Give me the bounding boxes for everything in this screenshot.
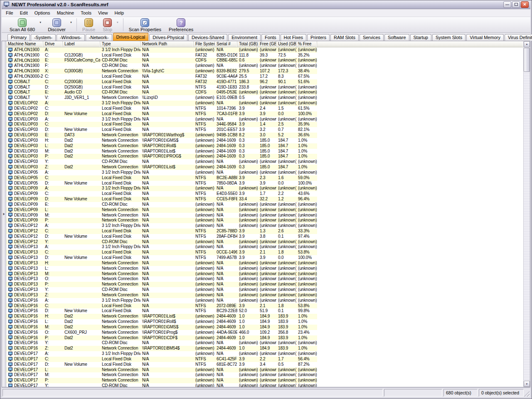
table-row[interactable]: DEVELOP03A:3 1/2 Inch Floppy DriveN/A(un…: [6, 117, 317, 122]
table-row[interactable]: DEVELOP16M:Dat2Network Connection\\RAPTO…: [6, 325, 317, 330]
table-row[interactable]: COBALTV:J3D_VER1_1Network Connection\\Li…: [6, 95, 317, 101]
table-row[interactable]: ATHLON3000-2KC:Local Fixed DiskN/AFAT329…: [6, 74, 317, 79]
table-row[interactable]: DEVELOP13C:Local Fixed DiskN/ANTFS0CCE-1…: [6, 250, 317, 255]
scan-all-680-button[interactable]: ▼Scan All 680: [6, 17, 44, 32]
tab-fonts[interactable]: Fonts: [261, 34, 280, 41]
table-row[interactable]: DEVELOP16H:Dat2Network Connection\\RAPTO…: [6, 314, 317, 319]
menu-tools[interactable]: Tools: [77, 10, 95, 16]
table-row[interactable]: DEVELOP13M:Network ConnectionN/A(unknown…: [6, 271, 317, 277]
scrollbar-thumb[interactable]: [524, 48, 530, 72]
table-row[interactable]: DEVELOP13P:Network ConnectionN/A(unknown…: [6, 282, 317, 287]
tab-environment[interactable]: Environment: [228, 34, 261, 41]
table-row[interactable]: DEVELOP09A:3 1/2 Inch Floppy DriveN/A(un…: [6, 186, 317, 191]
table-row[interactable]: DEVELOP03Z:Dat2Network Connection\\RAPTO…: [6, 165, 317, 170]
dropdown-arrow-icon[interactable]: ▼: [39, 21, 42, 24]
column-header-free-gb[interactable]: Free (GB): [258, 41, 276, 47]
table-row[interactable]: COBALTC:C(200GB)Local Fixed DiskN/AFAT32…: [6, 79, 317, 85]
preferences-button[interactable]: ?Preferences: [165, 17, 197, 32]
table-row[interactable]: DEVELOP16Y:CD-ROM DiscN/A(unknown)N/A(un…: [6, 340, 317, 346]
table-row[interactable]: DEVELOP05D:New VolumeLocal Fixed DiskN/A…: [6, 181, 317, 186]
tab-printers[interactable]: Printers: [307, 34, 330, 41]
column-header-drive[interactable]: Drive: [43, 41, 63, 47]
table-row[interactable]: DEVELOP17Y:CD-ROM DiscN/A(unknown)N/A(un…: [6, 383, 317, 387]
table-row[interactable]: DEVELOP16P:Dat2Network Connection\\RAPTO…: [6, 335, 317, 341]
table-row[interactable]: DEVELOP02A:3 1/2 Inch Floppy DriveN/A(un…: [6, 101, 317, 106]
table-row[interactable]: DEVELOP05C:Local Fixed DiskN/ANTFSBC2E-A…: [6, 175, 317, 181]
table-row[interactable]: DEVELOP03E:DAT3Network Connection\\RAPTO…: [6, 133, 317, 138]
table-row[interactable]: COBALTE:Audio CDCD-ROM DiscN/ACDFS0495-D…: [6, 90, 317, 95]
table-row[interactable]: DEVELOP02C:Local Fixed DiskN/ANTFS1014-7…: [6, 106, 317, 111]
column-header-serial[interactable]: Serial #: [215, 41, 237, 47]
table-row[interactable]: DEVELOP16D:New VolumeLocal Fixed DiskN/A…: [6, 308, 317, 314]
menu-file[interactable]: File: [2, 10, 17, 16]
dropdown-arrow-icon[interactable]: ▼: [70, 21, 72, 24]
menu-machine[interactable]: Machine: [54, 10, 78, 16]
table-row[interactable]: DEVELOP09E:CD-ROM DiscN/A(unknown)N/A(un…: [6, 202, 317, 207]
tab-drives-logical[interactable]: Drives-Logical: [113, 33, 149, 41]
scroll-down-icon[interactable]: ▼: [524, 381, 530, 387]
tab-startup[interactable]: Startup: [410, 34, 431, 41]
table-row[interactable]: DEVELOP12C:Local Fixed DiskN/ANTFS2C85-7…: [6, 229, 317, 234]
collapsed-panel-splitter[interactable]: ▸: [2, 41, 6, 387]
title-bar[interactable]: NEWT Professional v2.0 - ScanResults.mrf…: [2, 0, 530, 9]
table-row[interactable]: DEVELOP03L:Dat2Network Connection\\RAPTO…: [6, 143, 317, 149]
table-row[interactable]: DEVELOP09P:Network ConnectionN/A(unknown…: [6, 218, 317, 223]
tab-hot-fixes[interactable]: Hot Fixes: [281, 34, 306, 41]
column-header-free[interactable]: % Free: [296, 41, 317, 47]
tab-system[interactable]: -System-: [31, 34, 56, 41]
table-row[interactable]: DEVELOP16Z:Dat2Network Connection\\RAPTO…: [6, 346, 317, 351]
table-row[interactable]: DEVELOP03Y:CD-ROM DiscN/A(unknown)N/A(un…: [6, 159, 317, 165]
tab-virtual-memory[interactable]: Virtual Memory: [466, 34, 504, 41]
minimize-button[interactable]: —: [503, 1, 511, 8]
menu-edit[interactable]: Edit: [17, 10, 31, 16]
table-row[interactable]: DEVELOP03H:Dat2Network Connection\\RAPTO…: [6, 138, 317, 143]
table-row[interactable]: DEVELOP13L:Network ConnectionN/A(unknown…: [6, 266, 317, 271]
vertical-scrollbar[interactable]: ▲ ▼: [523, 41, 530, 387]
tab-primary[interactable]: Primary: [7, 34, 30, 41]
table-row[interactable]: DEVELOP16C:Local Fixed DiskN/ANTFS2072-0…: [6, 303, 317, 309]
table-row[interactable]: DEVELOP13A:3 1/2 Inch Floppy DriveN/A(un…: [6, 244, 317, 250]
table-row[interactable]: DEVELOP03C:Local Fixed DiskN/ANTFS344E-9…: [6, 122, 317, 127]
table-row[interactable]: DEVELOP13O:Network ConnectionN/A(unknown…: [6, 276, 317, 282]
tab-ram-slots[interactable]: RAM Slots: [330, 34, 359, 41]
table-row[interactable]: ATHLON1900E:F500CafeComp_CamCD-ROM DiscN…: [6, 58, 317, 63]
table-row[interactable]: DEVELOP12D:New VolumeLocal Fixed DiskN/A…: [6, 234, 317, 239]
table-row[interactable]: DEVELOP13Z:Network ConnectionN/A(unknown…: [6, 293, 317, 298]
table-row[interactable]: ATHLON1900C:C(120GB)Local Fixed DiskN/AF…: [6, 53, 317, 58]
table-row[interactable]: DEVELOP03M:Dat2Network Connection\\RAPTO…: [6, 149, 317, 154]
tab-system-slots[interactable]: System Slots: [432, 34, 466, 41]
table-row[interactable]: DEVELOP09L:Network ConnectionN/A(unknown…: [6, 207, 317, 213]
table-row[interactable]: DEVELOP09C:Local Fixed DiskN/ANTFSE4D3-5…: [6, 191, 317, 197]
table-row[interactable]: DEVELOP13Y:CD-ROM DiscN/A(unknown)N/A(un…: [6, 287, 317, 293]
table-row[interactable]: DEVELOP12A:3 1/2 Inch Floppy DriveN/A(un…: [6, 223, 317, 229]
column-header-machine-name[interactable]: Machine Name: [6, 41, 43, 47]
column-header-network-path[interactable]: Network Path: [140, 41, 194, 47]
tab-windows[interactable]: -Windows-: [57, 34, 85, 41]
maximize-button[interactable]: [512, 1, 520, 8]
close-button[interactable]: ✕: [521, 1, 529, 8]
resize-grip[interactable]: [524, 391, 530, 397]
tab-software[interactable]: Software: [384, 34, 409, 41]
table-row[interactable]: DEVELOP13H:Network ConnectionN/A(unknown…: [6, 261, 317, 266]
scroll-up-icon[interactable]: ▲: [524, 41, 530, 47]
menu-options[interactable]: Options: [31, 10, 54, 16]
table-row[interactable]: DEVELOP17M:Network ConnectionN/A(unknown…: [6, 372, 317, 378]
table-row[interactable]: DEVELOP12Y:CD-ROM DiscN/A(unknown)N/A(un…: [6, 239, 317, 245]
table-row[interactable]: DEVELOP16A:3 1/2 Inch Floppy DriveN/A(un…: [6, 298, 317, 303]
column-header-type[interactable]: Type: [100, 41, 140, 47]
scrollbar-track[interactable]: [524, 47, 530, 381]
column-header-total-gb[interactable]: Total (GB): [237, 41, 258, 47]
tab-network[interactable]: -Network-: [86, 34, 112, 41]
tab-virus-definitions[interactable]: Virus Definitions: [505, 34, 532, 41]
column-header-label[interactable]: Label: [63, 41, 100, 47]
tab-drives-physical[interactable]: Drives-Physical: [149, 34, 187, 41]
table-row[interactable]: DEVELOP09D:New VolumeLocal Fixed DiskN/A…: [6, 197, 317, 202]
table-row[interactable]: ATHLON1900F:CD-ROM DiscN/A(unknown)N/A(u…: [6, 63, 317, 69]
table-row[interactable]: DEVELOP17D:New VolumeLocal Fixed DiskN/A…: [6, 362, 317, 367]
column-header-file-system[interactable]: File System: [194, 41, 215, 47]
table-row[interactable]: DEVELOP16L:Dat2Network Connection\\RAPTO…: [6, 319, 317, 325]
menu-view[interactable]: View: [95, 10, 111, 16]
table-row[interactable]: ATHLON1900X:C(300GB)Network Connection\\…: [6, 69, 317, 74]
table-row[interactable]: DEVELOP03P:Dat2Network Connection\\RAPTO…: [6, 154, 317, 159]
table-row[interactable]: DEVELOP16O:CX600_PRJNetwork Connection\\…: [6, 330, 317, 335]
